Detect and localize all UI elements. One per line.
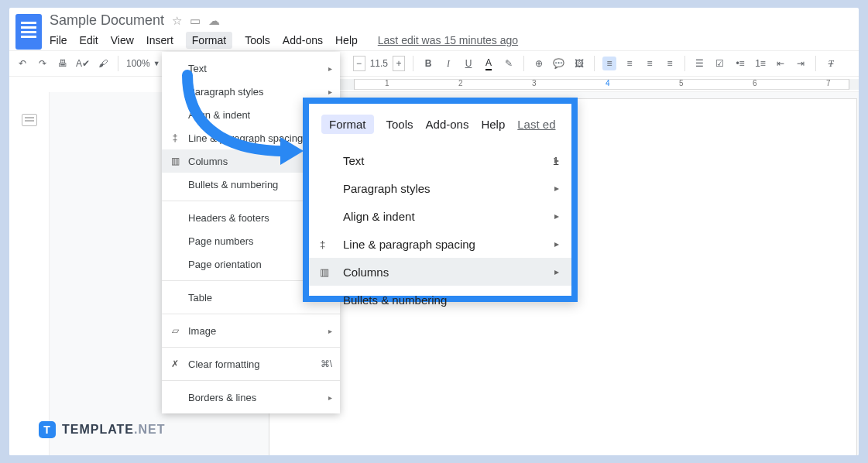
fontsize-inc-icon[interactable]: + — [393, 56, 405, 71]
callout-item-bullets-numbering[interactable]: Bullets & numbering — [309, 286, 571, 314]
callout-lastedit[interactable]: Last ed — [517, 118, 555, 131]
numbered-list-icon[interactable]: 1≡ — [753, 57, 767, 70]
ruler: 1 2 3 4 5 6 7 — [269, 77, 859, 92]
ruler-mark: 2 — [458, 79, 463, 87]
callout-item-align-indent[interactable]: Align & indent — [309, 202, 571, 230]
zoom-dropdown[interactable]: 100%▼ — [126, 58, 160, 69]
align-left-icon[interactable]: ≡ — [602, 57, 616, 70]
ruler-mark: 7 — [826, 79, 831, 87]
ruler-mark: 6 — [753, 79, 757, 87]
menu-item-text[interactable]: Text — [162, 57, 340, 80]
bold-icon[interactable]: B — [421, 57, 435, 70]
fontsize-dec-icon[interactable]: − — [353, 56, 365, 71]
menu-tools[interactable]: Tools — [245, 34, 270, 46]
fontsize-value: 11.5 — [370, 58, 388, 69]
line-spacing-icon[interactable]: ☰ — [693, 57, 707, 70]
ruler-mark: 4 — [606, 79, 610, 87]
callout-zoom: Format Tools Add-ons Help Last ed Text1 … — [303, 98, 578, 302]
menu-file[interactable]: File — [50, 34, 67, 46]
outline-icon[interactable] — [22, 114, 37, 126]
indent-dec-icon[interactable]: ⇤ — [774, 57, 787, 70]
last-edit-link[interactable]: Last edit was 15 minutes ago — [378, 34, 518, 46]
menu-format[interactable]: Format — [186, 32, 232, 49]
menu-help[interactable]: Help — [335, 34, 358, 46]
move-folder-icon[interactable]: ▭ — [190, 14, 201, 28]
menu-item-clear-formatting[interactable]: ✗Clear formatting⌘\ — [162, 352, 340, 376]
menu-insert[interactable]: Insert — [146, 34, 173, 46]
menubar: File Edit View Insert Format Tools Add-o… — [50, 32, 859, 49]
menu-view[interactable]: View — [111, 34, 134, 46]
callout-item-line-spacing[interactable]: ‡Line & paragraph spacing — [309, 230, 571, 258]
line-spacing-icon: ‡ — [168, 132, 182, 143]
spellcheck-icon[interactable]: A✔ — [76, 57, 90, 70]
callout-item-columns[interactable]: ▥Columns — [309, 258, 571, 286]
paint-format-icon[interactable]: 🖌 — [96, 57, 110, 70]
doc-title[interactable]: Sample Document — [50, 12, 164, 29]
align-justify-icon[interactable]: ≡ — [663, 57, 677, 70]
callout-item-text[interactable]: Text1 — [309, 146, 571, 174]
insert-image-icon[interactable]: 🖼 — [572, 57, 586, 70]
callout-menu-addons[interactable]: Add-ons — [426, 118, 469, 131]
bulleted-list-icon[interactable]: •≡ — [733, 57, 747, 70]
fontsize-control[interactable]: − 11.5 + — [353, 56, 405, 71]
text-color-icon[interactable]: A — [482, 57, 496, 70]
toolbar: ↶ ↷ 🖶 A✔ 🖌 100%▼ − 11.5 + B I U A ✎ ⊕ 💬 … — [9, 50, 859, 77]
checklist-icon[interactable]: ☑ — [713, 57, 727, 70]
brand-logo-icon: T — [39, 421, 56, 438]
menu-item-borders-lines[interactable]: Borders & lines — [162, 386, 340, 409]
callout-menu-format[interactable]: Format — [321, 115, 374, 134]
align-center-icon[interactable]: ≡ — [623, 57, 636, 70]
menu-addons[interactable]: Add-ons — [283, 34, 323, 46]
italic-icon[interactable]: I — [441, 57, 455, 70]
insert-link-icon[interactable]: ⊕ — [532, 57, 546, 70]
redo-icon[interactable]: ↷ — [36, 57, 50, 70]
undo-icon[interactable]: ↶ — [15, 57, 29, 70]
cloud-saved-icon: ☁ — [208, 14, 220, 28]
columns-icon: ▥ — [168, 156, 182, 166]
clear-formatting-icon[interactable]: T — [824, 57, 838, 70]
underline-icon[interactable]: U — [461, 57, 475, 70]
image-icon: ▱ — [168, 325, 182, 336]
brand-footer: T TEMPLATE.NET — [39, 421, 165, 438]
columns-icon: ▥ — [320, 266, 335, 278]
docs-logo-icon[interactable] — [15, 14, 42, 50]
star-icon[interactable]: ☆ — [172, 14, 182, 28]
ruler-mark: 5 — [679, 79, 684, 87]
callout-menu-tools[interactable]: Tools — [386, 118, 413, 131]
print-icon[interactable]: 🖶 — [56, 57, 70, 70]
highlight-icon[interactable]: ✎ — [502, 57, 516, 70]
comment-icon[interactable]: 💬 — [552, 57, 566, 70]
shortcut-label: ⌘\ — [321, 358, 332, 369]
left-sidebar — [9, 92, 50, 455]
menu-item-image[interactable]: ▱Image — [162, 319, 340, 342]
callout-menu-help[interactable]: Help — [481, 118, 505, 131]
ruler-mark: 1 — [385, 79, 389, 87]
ruler-mark: 3 — [532, 79, 537, 87]
brand-suffix: .NET — [134, 423, 165, 436]
align-right-icon[interactable]: ≡ — [643, 57, 657, 70]
brand-name: TEMPLATE — [62, 423, 134, 436]
callout-num: 1 — [553, 154, 559, 167]
menu-edit[interactable]: Edit — [80, 34, 98, 46]
zoom-value: 100% — [126, 58, 150, 69]
clearfmt-icon: ✗ — [168, 358, 182, 369]
line-spacing-icon: ‡ — [320, 238, 335, 250]
indent-inc-icon[interactable]: ⇥ — [794, 57, 808, 70]
callout-item-paragraph-styles[interactable]: Paragraph styles — [309, 174, 571, 202]
